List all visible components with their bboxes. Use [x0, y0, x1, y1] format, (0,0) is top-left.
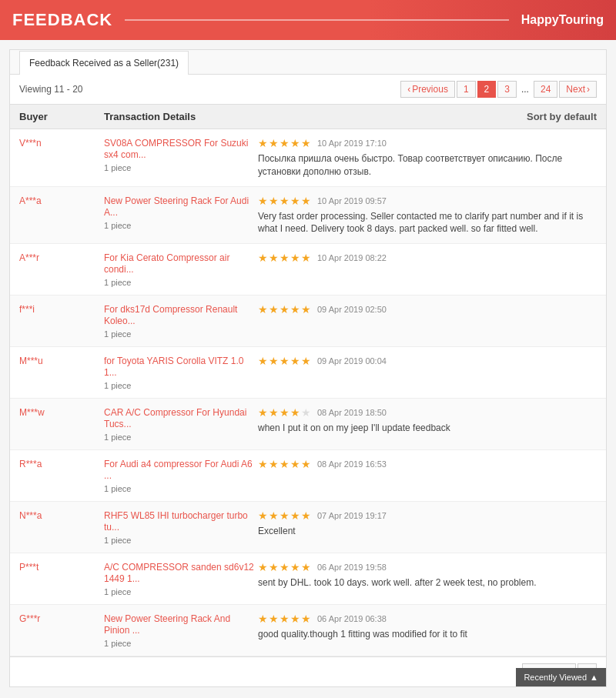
feedback-meta: ★★★★★ 10 Apr 2019 09:57 — [258, 195, 597, 207]
star-icon: ★ — [280, 303, 290, 316]
feedback-table: V***n SV08A COMPRESSOR For Suzuki sx4 co… — [10, 129, 606, 656]
buyer-name: R***a — [19, 459, 42, 469]
page-ellipsis: ... — [518, 82, 532, 97]
star-rating: ★★★★★ — [258, 406, 311, 419]
page-btn-1[interactable]: 1 — [457, 81, 476, 98]
star-icon: ★ — [301, 252, 311, 264]
star-icon: ★ — [280, 561, 290, 573]
star-icon: ★ — [290, 303, 300, 316]
feedback-date: 10 Apr 2019 08:22 — [317, 253, 387, 262]
star-icon: ★ — [269, 195, 279, 207]
star-rating: ★★★★★ — [258, 303, 311, 316]
transaction-link[interactable]: for Toyota YARIS Corolla VITZ 1.0 1... — [104, 356, 243, 378]
page-controls-top: Previous 1 2 3 ... 24 Next — [400, 81, 597, 98]
feedback-cell: ★★★★★ 10 Apr 2019 17:10 Посылка пришла о… — [258, 137, 597, 179]
page-btn-24[interactable]: 24 — [534, 81, 557, 98]
star-icon: ★ — [258, 561, 268, 573]
transaction-link[interactable]: SV08A COMPRESSOR For Suzuki sx4 com... — [104, 138, 248, 160]
feedback-meta: ★★★★★ 06 Apr 2019 06:38 — [258, 613, 597, 625]
transaction-cell: New Power Steering Rack For Audi A... 1 … — [104, 195, 258, 230]
transaction-link[interactable]: For Kia Cerato Compressor air condi... — [104, 252, 229, 275]
tab-seller-feedback[interactable]: Feedback Received as a Seller(231) — [19, 51, 189, 75]
star-icon: ★ — [280, 406, 290, 419]
transaction-qty: 1 piece — [104, 381, 258, 390]
feedback-date: 09 Apr 2019 00:04 — [317, 356, 387, 366]
star-icon: ★ — [280, 137, 290, 149]
feedback-text: Excellent — [258, 525, 597, 538]
transaction-cell: For Kia Cerato Compressor air condi... 1… — [104, 252, 258, 287]
transaction-link[interactable]: For dks17d Compressor Renault Koleo... — [104, 304, 237, 326]
feedback-meta: ★★★★★ 10 Apr 2019 17:10 — [258, 137, 597, 149]
star-rating: ★★★★★ — [258, 195, 311, 207]
buyer-name: P***t — [19, 562, 38, 573]
buyer-cell: N***a — [19, 509, 104, 521]
star-rating: ★★★★★ — [258, 252, 311, 264]
table-row: V***n SV08A COMPRESSOR For Suzuki sx4 co… — [10, 129, 606, 187]
feedback-meta: ★★★★★ 09 Apr 2019 02:50 — [258, 303, 597, 316]
feedback-date: 08 Apr 2019 18:50 — [317, 408, 387, 417]
header-divider — [125, 19, 509, 21]
feedback-text: good quality.though 1 fitting was modifi… — [258, 628, 597, 641]
feedback-meta: ★★★★★ 07 Apr 2019 19:17 — [258, 509, 597, 522]
star-icon: ★ — [280, 195, 290, 207]
star-icon: ★ — [258, 613, 268, 625]
bottom-bar: Previous 1 Recently Viewed ▲ — [10, 656, 606, 686]
col-buyer: Buyer — [19, 111, 104, 122]
transaction-cell: A/C COMPRESSOR sanden sd6v12 1449 1... 1… — [104, 561, 258, 596]
star-icon: ★ — [258, 252, 268, 264]
transaction-link[interactable]: CAR A/C Compressor For Hyundai Tucs... — [104, 407, 246, 429]
transaction-qty: 1 piece — [104, 221, 258, 230]
star-icon: ★ — [280, 252, 290, 264]
table-row: P***t A/C COMPRESSOR sanden sd6v12 1449 … — [10, 553, 606, 605]
star-icon: ★ — [258, 406, 268, 419]
star-icon: ★ — [258, 509, 268, 522]
star-icon: ★ — [269, 303, 279, 316]
star-icon: ★ — [290, 355, 300, 367]
table-row: M***w CAR A/C Compressor For Hyundai Tuc… — [10, 399, 606, 450]
viewing-range: Viewing 11 - 20 — [19, 84, 83, 95]
feedback-cell: ★★★★★ 06 Apr 2019 06:38 good quality.tho… — [258, 613, 597, 641]
page-title: FEEDBACK — [12, 10, 112, 30]
transaction-link[interactable]: New Power Steering Rack And Pinion ... — [104, 613, 230, 636]
feedback-cell: ★★★★★ 08 Apr 2019 18:50 when I put it on… — [258, 406, 597, 435]
star-icon: ★ — [280, 613, 290, 625]
transaction-link[interactable]: A/C COMPRESSOR sanden sd6v12 1449 1... — [104, 562, 254, 584]
transaction-link[interactable]: RHF5 WL85 IHI turbocharger turbo tu... — [104, 510, 248, 533]
feedback-cell: ★★★★★ 10 Apr 2019 08:22 — [258, 252, 597, 267]
feedback-cell: ★★★★★ 09 Apr 2019 00:04 — [258, 355, 597, 370]
table-row: A***a New Power Steering Rack For Audi A… — [10, 187, 606, 245]
star-icon: ★ — [301, 195, 311, 207]
buyer-name: f***i — [19, 304, 35, 315]
transaction-cell: for Toyota YARIS Corolla VITZ 1.0 1... 1… — [104, 355, 258, 390]
star-icon: ★ — [269, 406, 279, 419]
transaction-qty: 1 piece — [104, 484, 258, 493]
feedback-cell: ★★★★★ 07 Apr 2019 19:17 Excellent — [258, 509, 597, 538]
feedback-meta: ★★★★★ 08 Apr 2019 18:50 — [258, 406, 597, 419]
transaction-link[interactable]: For Audi a4 compressor For Audi A6 ... — [104, 459, 253, 481]
next-button-top[interactable]: Next — [559, 81, 597, 98]
star-icon: ★ — [269, 137, 279, 149]
star-icon: ★ — [258, 458, 268, 470]
buyer-cell: M***u — [19, 355, 104, 366]
prev-button-top[interactable]: Previous — [400, 81, 455, 98]
transaction-cell: SV08A COMPRESSOR For Suzuki sx4 com... 1… — [104, 137, 258, 172]
star-rating: ★★★★★ — [258, 137, 311, 149]
transaction-qty: 1 piece — [104, 329, 258, 339]
star-icon: ★ — [258, 303, 268, 316]
star-icon: ★ — [258, 355, 268, 367]
star-rating: ★★★★★ — [258, 458, 311, 470]
table-row: R***a For Audi a4 compressor For Audi A6… — [10, 450, 606, 502]
star-icon: ★ — [301, 613, 311, 625]
star-rating: ★★★★★ — [258, 355, 311, 367]
page-btn-2[interactable]: 2 — [477, 81, 497, 98]
star-icon: ★ — [301, 406, 311, 419]
buyer-name: G***r — [19, 613, 40, 624]
transaction-qty: 1 piece — [104, 639, 258, 648]
buyer-name: M***u — [19, 356, 43, 366]
transaction-link[interactable]: New Power Steering Rack For Audi A... — [104, 195, 249, 218]
feedback-meta: ★★★★★ 08 Apr 2019 16:53 — [258, 458, 597, 470]
page-btn-3[interactable]: 3 — [497, 81, 517, 98]
star-icon: ★ — [290, 509, 300, 522]
star-rating: ★★★★★ — [258, 613, 311, 625]
recently-viewed-panel[interactable]: Recently Viewed ▲ — [516, 668, 606, 686]
